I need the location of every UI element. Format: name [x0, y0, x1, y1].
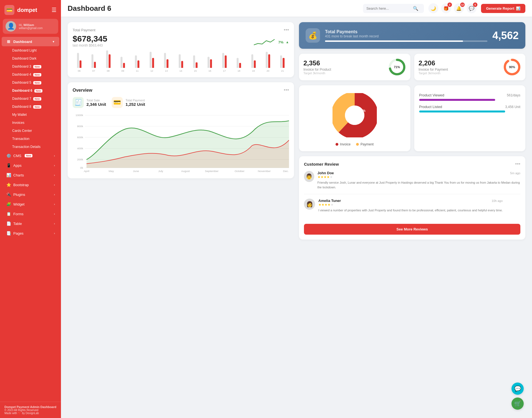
- sidebar-item-transaction[interactable]: Transaction: [2, 135, 59, 143]
- svg-text:0k: 0k: [80, 166, 83, 169]
- svg-text:38%: 38%: [359, 109, 365, 113]
- product-stats: Product Viewed 561/days Product Listed 3…: [419, 93, 521, 112]
- support-button[interactable]: 💬: [511, 383, 524, 395]
- bar-group: 12: [145, 52, 158, 73]
- legend-payment: Payment: [356, 142, 374, 146]
- bar-gray: [193, 55, 195, 68]
- messages-button[interactable]: 💬 5: [467, 3, 477, 13]
- tp-title: Total Payments: [325, 29, 487, 34]
- invoice-row: 2,356 Invoice for Product Target 3k/mont…: [299, 54, 525, 80]
- generate-report-button[interactable]: Generate Report 📊: [481, 4, 525, 13]
- sidebar-item-dashboard-dark[interactable]: Dashboard Dark: [2, 55, 59, 62]
- invoice-legend-label: Invoice: [340, 142, 351, 146]
- bar-gray: [77, 53, 79, 68]
- cart-button[interactable]: 🛒: [511, 398, 524, 410]
- product-listed-stat: Product Listed 3,456 Unit: [419, 105, 521, 112]
- sidebar-item-dashboard-light[interactable]: Dashboard Light: [2, 47, 59, 54]
- sidebar-item-my-wallet[interactable]: My Wallet: [2, 111, 59, 119]
- bar-label: 20: [267, 70, 269, 72]
- see-more-reviews-button[interactable]: See More Reviews: [304, 224, 520, 235]
- new-badge: New: [25, 154, 33, 157]
- review-card: Customer Review ••• 👨 John Doe 5m ago: [299, 156, 525, 240]
- bar-label: 21: [281, 70, 284, 72]
- sidebar-item-dashboard-4[interactable]: Dashboard 4 New: [2, 71, 59, 78]
- nav-item-table[interactable]: 📄 Table ›: [2, 219, 59, 228]
- nav-item-widget[interactable]: 🧩 Widget ›: [2, 199, 59, 209]
- svg-text:Dec.: Dec.: [283, 170, 289, 173]
- more-options-button[interactable]: •••: [515, 161, 520, 167]
- nav-item-pages[interactable]: 📑 Pages ›: [2, 229, 59, 238]
- sidebar-item-dashboard-7[interactable]: Dashboard 7 New: [2, 95, 59, 102]
- sidebar-item-transaction-details[interactable]: Transaction Details: [2, 143, 59, 151]
- bar-red: [94, 62, 96, 68]
- bar-pair: [77, 53, 81, 68]
- bar-pair: [150, 52, 154, 68]
- new-badge: New: [33, 73, 41, 76]
- nav-item-cms[interactable]: ⚙️ CMS New ›: [2, 151, 59, 160]
- gift-badge: 2: [447, 2, 452, 7]
- hamburger-icon[interactable]: ☰: [52, 7, 57, 13]
- search-input[interactable]: [366, 6, 411, 11]
- nav-item-forms[interactable]: 📋 Forms ›: [2, 209, 59, 219]
- bar-label: 09: [121, 70, 124, 72]
- bar-group: 18: [232, 58, 245, 72]
- user-email: william@gmail.com: [19, 27, 43, 30]
- svg-text:600k: 600k: [77, 136, 83, 139]
- product-viewed-stat: Product Viewed 561/days: [419, 93, 521, 101]
- trend-percent: 7%: [278, 40, 283, 44]
- sidebar-item-dashboard-6[interactable]: Dashboard 6 New: [2, 87, 59, 94]
- review-top: John Doe 5m ago: [318, 171, 520, 175]
- svg-text:July: July: [158, 170, 163, 173]
- bar-gray: [150, 52, 152, 68]
- theme-toggle-button[interactable]: 🌙: [428, 3, 438, 13]
- nav-item-charts[interactable]: 📊 Charts ›: [2, 170, 59, 180]
- reviewer-avatar: 👩: [304, 199, 315, 210]
- review-text: Friendly service Josh, Lunar and everyon…: [318, 180, 520, 189]
- chevron-right-icon: ›: [54, 154, 55, 157]
- bar-group: 08: [102, 50, 115, 72]
- pie-svg: 62% 38%: [332, 93, 377, 137]
- invoice-product-label: Invoice for Product: [303, 68, 385, 71]
- right-column: 💰 Total Payments 431 more to break last …: [299, 22, 525, 240]
- invoice-payment-label: Invoice for Payment: [419, 68, 500, 71]
- total-payment-label: Total Payment: [73, 28, 95, 32]
- product-donut: 71%: [388, 58, 406, 76]
- bar-pair: [164, 53, 168, 68]
- area-chart: 1000k 800k 600k 400k 200k 0k: [73, 112, 289, 173]
- bar-group: 19: [247, 54, 260, 73]
- bar-gray: [106, 50, 108, 68]
- forms-icon: 📋: [6, 212, 11, 216]
- sidebar-item-dashboard-5[interactable]: Dashboard 5 New: [2, 79, 59, 86]
- sidebar-item-cards-center[interactable]: Cards Center: [2, 127, 59, 135]
- review-time: 10h ago: [492, 199, 503, 202]
- bar-gray: [222, 53, 224, 68]
- bar-gray: [164, 53, 166, 68]
- bar-group: 09: [116, 57, 129, 73]
- bar-label: 19: [252, 70, 255, 72]
- bar-gray: [179, 54, 181, 68]
- chevron-right-icon: ›: [54, 193, 55, 196]
- sidebar-item-invoices[interactable]: Invoices: [2, 119, 59, 127]
- chevron-right-icon: ›: [54, 183, 55, 186]
- nav-item-apps[interactable]: 📱 Apps ›: [2, 161, 59, 170]
- invoice-dot: [336, 143, 338, 146]
- nav-item-plugins[interactable]: 🔌 Plugins ›: [2, 190, 59, 199]
- search-icon: 🔍: [413, 6, 418, 11]
- chevron-right-icon: ›: [54, 164, 55, 167]
- more-options-button[interactable]: •••: [284, 87, 289, 93]
- charts-icon: 📊: [6, 173, 11, 177]
- sidebar-item-dashboard-3[interactable]: Dashboard 3 New: [2, 63, 59, 70]
- gift-button[interactable]: 🎁 2: [441, 3, 451, 13]
- nav-item-bootstrap[interactable]: ⭐ Bootstrap ›: [2, 180, 59, 189]
- new-badge: New: [34, 89, 42, 93]
- plugins-icon: 🔌: [6, 192, 11, 197]
- total-payment-stat: 💳 Total Payment 1,252 Unit: [112, 97, 145, 108]
- nav-item-dashboard[interactable]: ⊞ Dashboard ▼: [2, 37, 59, 46]
- search-box[interactable]: 🔍: [363, 4, 424, 13]
- more-options-button[interactable]: •••: [284, 27, 289, 33]
- bar-red: [254, 60, 256, 68]
- notifications-button[interactable]: 🔔 12: [454, 3, 464, 13]
- invoice-payment-target: Target 3k/month: [419, 71, 500, 75]
- svg-text:200k: 200k: [77, 158, 83, 161]
- sidebar-item-dashboard-8[interactable]: Dashboard 8 New: [2, 103, 59, 111]
